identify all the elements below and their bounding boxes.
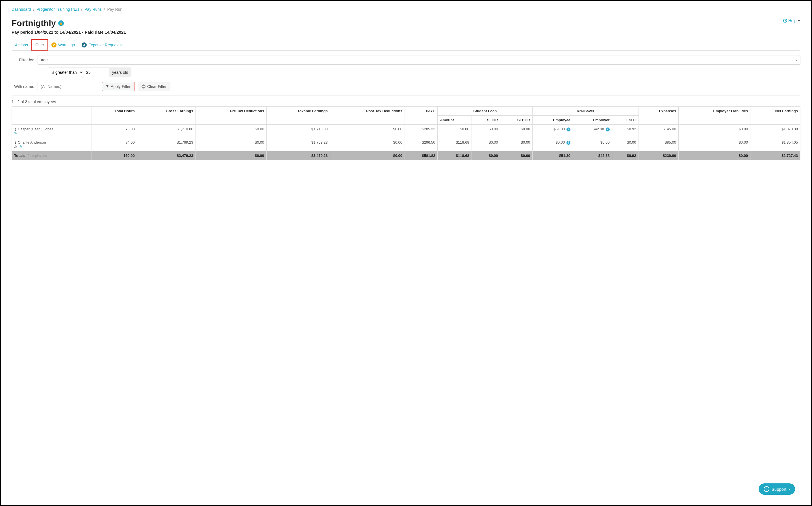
filterby-select[interactable]: Age ▾ <box>37 55 800 65</box>
page-subtitle: Pay period 1/04/2021 to 14/04/2021 • Pai… <box>12 30 126 34</box>
support-button[interactable]: ? Support › <box>758 483 795 495</box>
cell-sl_amount: $0.00 <box>438 125 472 138</box>
col-ks-employee: Employee <box>532 115 573 125</box>
col-posttax: Post-Tax Deductions <box>330 106 405 125</box>
cell-ks_esct: $8.92 <box>612 125 638 138</box>
info-icon[interactable]: i <box>567 128 571 132</box>
clear-icon <box>141 85 145 88</box>
withname-label: With name: <box>12 84 34 89</box>
col-expenses: Expenses <box>638 106 678 125</box>
help-menu[interactable]: ? Help ▼ <box>783 18 800 23</box>
cell-net: $1,354.05 <box>750 138 800 151</box>
cell-posttax: $0.00 <box>330 138 405 151</box>
help-icon: ? <box>783 19 787 23</box>
breadcrumb: Dashboard / Progenitor Training (NZ) / P… <box>12 7 800 12</box>
cell-ks-employer: $0.00 <box>573 138 612 151</box>
breadcrumb-payruns[interactable]: Pay Runs <box>85 7 102 12</box>
info-icon[interactable]: i <box>567 141 571 145</box>
totals-total_hours: 160.00 <box>92 151 137 160</box>
totals-row: Totals · 2 employees160.00$3,479.23$0.00… <box>12 151 800 160</box>
cell-net: $1,373.38 <box>750 125 800 138</box>
cell-expenses: $85.00 <box>638 138 678 151</box>
breadcrumb-sep: / <box>81 7 82 12</box>
col-sl-slcir: SLCIR <box>472 115 500 125</box>
count-suffix: total employees. <box>27 99 57 104</box>
help-label: Help <box>788 18 797 23</box>
expense-badge: 3 <box>82 43 87 48</box>
totals-sl_slbor: $0.00 <box>500 151 532 160</box>
col-group-kiwisaver: KiwiSaver <box>532 106 638 115</box>
col-paye: PAYE <box>405 106 438 125</box>
cell-gross: $1,769.23 <box>137 138 196 151</box>
cell-total_hours: 84.00 <box>92 138 137 151</box>
cell-gross: $1,710.00 <box>137 125 196 138</box>
tab-expense-label: Expense Requests <box>88 43 122 47</box>
totals-sl_amount: $118.68 <box>438 151 472 160</box>
col-ks-employer: Employer <box>573 115 612 125</box>
count-prefix: 1 - 2 of <box>12 99 25 104</box>
totals-ks_employee: $51.30 <box>532 151 573 160</box>
cell-pretax: $0.00 <box>196 125 267 138</box>
cell-expenses: $145.00 <box>638 125 678 138</box>
employee-name: Casper (Caspi) Jones <box>18 127 54 131</box>
edit-icon[interactable]: ✎ <box>19 145 23 149</box>
totals-pretax: $0.00 <box>196 151 267 160</box>
employee-count: 1 - 2 of 2 total employees. <box>12 99 800 104</box>
totals-label-cell: Totals · 2 employees <box>12 151 92 160</box>
breadcrumb-dashboard[interactable]: Dashboard <box>12 7 31 12</box>
warnings-badge: 2 <box>52 43 57 48</box>
col-emp-liab: Employer Liabilities <box>678 106 750 125</box>
expand-row-chevron[interactable]: ❯ <box>14 128 17 131</box>
col-ks-esct: ESCT <box>612 115 638 125</box>
totals-ks_employer: $42.38 <box>573 151 612 160</box>
totals-gross: $3,479.23 <box>137 151 196 160</box>
page-title-text: Fortnigthly <box>12 18 56 28</box>
apply-filter-button[interactable]: Apply Filter <box>102 82 134 91</box>
chevron-down-icon: ▾ <box>796 59 797 62</box>
chevron-right-icon: › <box>789 487 790 491</box>
support-label: Support <box>772 487 787 492</box>
cell-ks-employer: $42.38 i <box>573 125 612 138</box>
warning-icon: ⚠ <box>14 145 17 149</box>
col-total-hours: Total Hours <box>92 106 137 125</box>
tab-actions[interactable]: Actions <box>12 39 31 50</box>
totals-taxable: $3,479.23 <box>267 151 330 160</box>
tab-expense-requests[interactable]: 3 Expense Requests <box>78 39 125 50</box>
totals-emp_liab: $0.00 <box>678 151 750 160</box>
col-net: Net Earnings <box>750 106 800 125</box>
cell-ks-employee: $51.30 i <box>532 125 573 138</box>
totals-ks_esct: $8.92 <box>612 151 638 160</box>
col-gross: Gross Earnings <box>137 106 196 125</box>
filter-value-suffix: years old <box>109 68 131 77</box>
lock-icon: 🔒 <box>58 20 64 26</box>
edit-icon[interactable]: ✎ <box>14 131 17 136</box>
tabs: Actions Filter 2 Warnings 3 Expense Requ… <box>12 39 800 51</box>
name-filter-input[interactable] <box>37 82 98 91</box>
clear-filter-button[interactable]: Clear Filter <box>138 82 170 91</box>
cell-sl_slbor: $0.00 <box>500 138 532 151</box>
expand-row-chevron[interactable]: ❯ <box>14 141 17 144</box>
info-icon[interactable]: i <box>606 128 610 132</box>
col-pretax: Pre-Tax Deductions <box>196 106 267 125</box>
tab-warnings-label: Warnings <box>58 43 75 47</box>
totals-sl_slcir: $0.00 <box>472 151 500 160</box>
payroll-table: Total Hours Gross Earnings Pre-Tax Deduc… <box>12 106 800 160</box>
totals-paye: $581.82 <box>405 151 438 160</box>
col-employee <box>12 106 92 125</box>
table-row: ❯Casper (Caspi) Jones✎76.00$1,710.00$0.0… <box>12 125 800 138</box>
breadcrumb-org[interactable]: Progenitor Training (NZ) <box>36 7 79 12</box>
cell-taxable: $1,710.00 <box>267 125 330 138</box>
cell-sl_amount: $118.68 <box>438 138 472 151</box>
tab-filter[interactable]: Filter <box>31 39 48 51</box>
tab-warnings[interactable]: 2 Warnings <box>48 39 78 50</box>
employee-cell: ❯Casper (Caspi) Jones✎ <box>12 125 92 138</box>
totals-posttax: $0.00 <box>330 151 405 160</box>
breadcrumb-sep: / <box>104 7 105 12</box>
filter-operator-select[interactable]: is greater than <box>48 68 84 77</box>
chevron-down-icon: ▼ <box>798 19 800 22</box>
table-row: ❯Charlie Anderson⚠ ✎84.00$1,769.23$0.00$… <box>12 138 800 151</box>
totals-sub: · 2 employees <box>26 154 47 158</box>
filter-value-input[interactable] <box>84 68 109 77</box>
breadcrumb-current: Pay Run <box>107 7 122 12</box>
col-group-student-loan: Student Loan <box>438 106 532 115</box>
